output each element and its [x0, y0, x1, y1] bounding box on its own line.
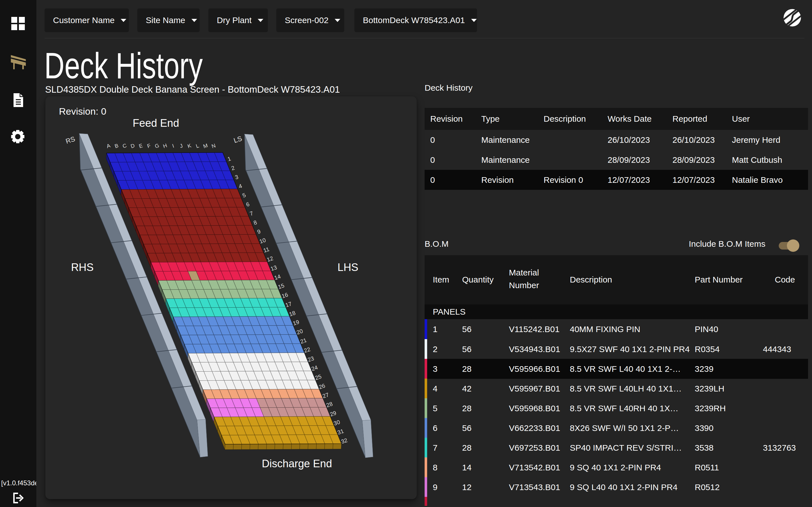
svg-text:C: C [122, 143, 128, 149]
svg-text:F: F [146, 143, 151, 149]
svg-text:3: 3 [234, 173, 239, 180]
svg-text:B: B [114, 143, 119, 149]
svg-text:J: J [179, 143, 184, 149]
svg-text:9: 9 [257, 228, 261, 235]
svg-text:I: I [171, 143, 175, 149]
svg-text:1: 1 [227, 156, 232, 162]
svg-text:11: 11 [262, 246, 270, 253]
svg-text:K: K [187, 143, 192, 149]
svg-text:D: D [130, 143, 136, 149]
svg-text:7: 7 [249, 210, 254, 217]
svg-text:A: A [106, 143, 111, 149]
svg-text:5: 5 [242, 192, 246, 199]
svg-text:Feed End: Feed End [133, 117, 179, 129]
svg-text:LS: LS [233, 135, 243, 145]
svg-text:L: L [195, 143, 200, 149]
svg-text:E: E [138, 143, 144, 149]
svg-text:RS: RS [64, 135, 76, 145]
svg-text:LHS: LHS [338, 262, 358, 273]
svg-text:2: 2 [231, 165, 235, 171]
svg-text:Discharge End: Discharge End [262, 458, 332, 469]
svg-text:RHS: RHS [71, 262, 94, 273]
svg-text:G: G [154, 143, 160, 150]
svg-text:H: H [162, 143, 168, 149]
svg-text:M: M [202, 142, 209, 149]
svg-text:6: 6 [245, 201, 250, 208]
svg-text:8: 8 [253, 219, 257, 226]
svg-text:4: 4 [238, 183, 243, 189]
svg-text:N: N [211, 143, 216, 149]
